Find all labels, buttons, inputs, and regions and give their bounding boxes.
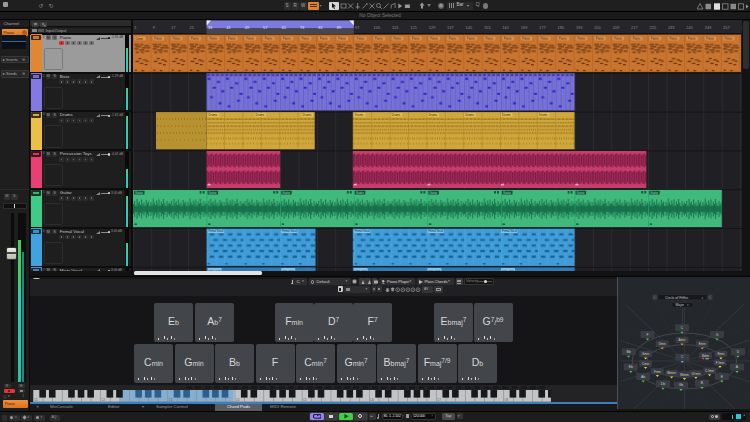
svg-text:33: 33	[208, 24, 213, 29]
svg-text:Eb: Eb	[629, 365, 633, 369]
svg-text:Dmin: Dmin	[659, 342, 666, 346]
svg-text:41: 41	[226, 24, 231, 29]
svg-text:Gb: Gb	[679, 383, 684, 387]
svg-text:145: 145	[466, 24, 473, 29]
svg-text:225: 225	[650, 24, 657, 29]
svg-text:249: 249	[705, 24, 712, 29]
svg-text:Femal Vocal: Femal Vocal	[428, 229, 443, 233]
svg-text:Drums: Drums	[256, 113, 265, 117]
svg-text:Fmin: Fmin	[654, 370, 661, 374]
svg-text:121: 121	[410, 24, 417, 29]
svg-text:C#min: C#min	[705, 369, 714, 373]
svg-text:241: 241	[686, 24, 693, 29]
svg-text:209: 209	[613, 24, 620, 29]
svg-text:Cmin: Cmin	[136, 36, 143, 40]
svg-text:17: 17	[171, 24, 176, 29]
svg-text:153: 153	[484, 24, 491, 29]
svg-text:Guitar: Guitar	[429, 190, 437, 194]
svg-text:Femal Vocal: Femal Vocal	[355, 229, 370, 233]
svg-text:Drums: Drums	[209, 113, 218, 117]
svg-text:57: 57	[263, 24, 268, 29]
svg-text:105: 105	[374, 24, 381, 29]
svg-text:Circle of Fifths: Circle of Fifths	[665, 296, 688, 300]
svg-text:Femal Vocal: Femal Vocal	[209, 229, 224, 233]
svg-text:257: 257	[723, 24, 730, 29]
svg-text:Guitar: Guitar	[282, 190, 290, 194]
svg-text:169: 169	[521, 24, 528, 29]
svg-text:Drums: Drums	[392, 113, 401, 117]
svg-text:73: 73	[300, 24, 305, 29]
svg-text:193: 193	[576, 24, 583, 29]
svg-text:Guitar: Guitar	[503, 190, 511, 194]
svg-text:Guitar: Guitar	[356, 190, 364, 194]
svg-text:Femal Vocal: Femal Vocal	[502, 229, 517, 233]
svg-text:129: 129	[429, 24, 436, 29]
svg-text:Bbmin: Bbmin	[667, 371, 676, 375]
svg-text:233: 233	[668, 24, 675, 29]
svg-text:Guitar: Guitar	[135, 190, 143, 194]
svg-text:97: 97	[355, 24, 360, 29]
svg-text:25: 25	[190, 24, 195, 29]
svg-text:Bmin: Bmin	[717, 352, 724, 356]
svg-text:F#min: F#min	[716, 361, 725, 365]
svg-text:Drums: Drums	[502, 113, 511, 117]
svg-text:F: F	[646, 333, 648, 337]
svg-text:217: 217	[631, 24, 638, 29]
svg-text:81: 81	[318, 24, 323, 29]
svg-text:Cmin: Cmin	[642, 362, 649, 366]
svg-text:Drums: Drums	[539, 113, 548, 117]
svg-text:Femal Vocal: Femal Vocal	[282, 229, 297, 233]
svg-text:Ebmin: Ebmin	[680, 373, 689, 377]
svg-text:Drums: Drums	[465, 113, 474, 117]
svg-text:Guitar: Guitar	[650, 190, 658, 194]
svg-text:G#min: G#min	[691, 372, 700, 376]
svg-text:137: 137	[447, 24, 454, 29]
svg-text:Ab: Ab	[641, 375, 645, 379]
svg-text:Gmin: Gmin	[642, 352, 649, 356]
svg-text:Emin: Emin	[699, 342, 706, 346]
svg-text:185: 185	[558, 24, 565, 29]
svg-text:113: 113	[392, 24, 399, 29]
svg-text:Drums: Drums	[303, 113, 312, 117]
svg-text:Major: Major	[676, 303, 685, 307]
svg-text:Amin: Amin	[679, 338, 686, 342]
svg-text:Guitar: Guitar	[209, 190, 217, 194]
svg-text:89: 89	[337, 24, 342, 29]
svg-text:49: 49	[245, 24, 250, 29]
svg-text:177: 177	[539, 24, 546, 29]
svg-text:G: G	[716, 333, 719, 337]
svg-text:Bdim: Bdim	[702, 354, 709, 358]
svg-text:Guitar: Guitar	[577, 190, 585, 194]
svg-text:Db: Db	[661, 382, 665, 386]
svg-text:65: 65	[282, 24, 287, 29]
svg-text:Bb: Bb	[627, 350, 631, 354]
svg-text:Drums: Drums	[428, 113, 437, 117]
svg-text:161: 161	[502, 24, 509, 29]
svg-text:Drums: Drums	[355, 113, 364, 117]
svg-text:201: 201	[594, 24, 601, 29]
